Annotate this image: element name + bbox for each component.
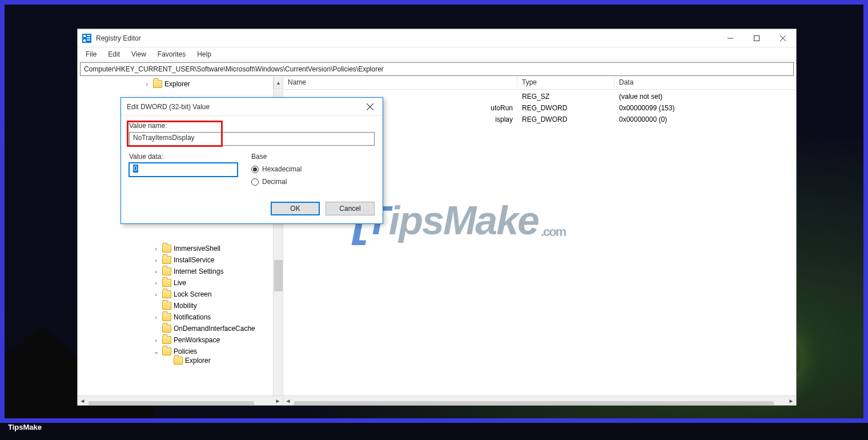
tree-node-label: Mobility [174, 302, 197, 310]
folder-icon [162, 256, 171, 264]
chevron-right-icon[interactable]: › [152, 314, 160, 321]
tree-node[interactable]: ›Live [78, 277, 273, 289]
folder-icon [153, 80, 162, 88]
folder-icon [162, 245, 171, 253]
folder-icon [162, 290, 171, 298]
tree-node-label: PenWorkspace [174, 336, 220, 344]
column-header-name[interactable]: Name [283, 77, 517, 89]
tree-node[interactable]: ›Lock Screen [78, 289, 273, 300]
radio-dec-label: Decimal [262, 178, 287, 186]
column-header-data[interactable]: Data [614, 77, 796, 89]
tree-node[interactable]: ›InstallService [78, 254, 273, 266]
tree-node[interactable]: Explorer [78, 357, 273, 364]
tree-node[interactable]: ›PenWorkspace [78, 334, 273, 346]
radio-icon [251, 178, 259, 186]
tree-node[interactable]: ›Explorer [78, 78, 273, 90]
menubar: File Edit View Favorites Help [78, 47, 796, 61]
folder-icon [162, 313, 171, 321]
tree-horizontal-scrollbar[interactable]: ◄ ► [78, 395, 283, 405]
window-titlebar[interactable]: Registry Editor [78, 29, 796, 47]
address-bar[interactable]: Computer\HKEY_CURRENT_USER\Software\Micr… [80, 62, 794, 76]
cell-data: 0x00000099 (153) [614, 104, 796, 112]
tree-sort-indicator[interactable]: ▴ [274, 77, 283, 89]
chevron-right-icon[interactable]: › [143, 81, 151, 87]
ok-button[interactable]: OK [271, 202, 320, 215]
folder-icon [162, 336, 171, 344]
chevron-right-icon[interactable]: › [152, 337, 160, 343]
svg-rect-3 [87, 37, 90, 38]
tree-node-label: OnDemandInterfaceCache [174, 325, 255, 333]
chevron-right-icon[interactable]: › [152, 268, 160, 275]
tree-node-label: Lock Screen [174, 290, 212, 298]
cell-type: REG_DWORD [517, 115, 614, 123]
maximize-button[interactable] [744, 29, 770, 47]
list-header: Name Type Data [283, 77, 796, 90]
dialog-title: Edit DWORD (32-bit) Value [127, 103, 210, 111]
tree-node-label: Explorer [164, 80, 190, 88]
svg-rect-7 [754, 36, 760, 41]
regedit-icon [82, 34, 91, 43]
chevron-right-icon[interactable]: › [152, 291, 160, 298]
svg-rect-1 [83, 35, 86, 37]
cancel-button[interactable]: Cancel [326, 202, 375, 215]
svg-rect-4 [83, 39, 86, 42]
folder-icon [174, 357, 183, 365]
close-button[interactable] [770, 29, 796, 47]
tree-node[interactable]: ›Notifications [78, 311, 273, 323]
radio-hex-label: Hexadecimal [262, 165, 302, 173]
cell-type: REG_DWORD [517, 104, 614, 112]
cell-data: (value not set) [614, 93, 796, 101]
column-header-type[interactable]: Type [517, 77, 614, 89]
svg-rect-2 [87, 35, 90, 36]
radio-hexadecimal[interactable]: Hexadecimal [251, 163, 375, 175]
base-label: Base [251, 153, 375, 161]
value-name-input[interactable]: NoTrayItemsDisplay [129, 132, 375, 146]
tree-node-label: Notifications [174, 313, 211, 321]
cell-data: 0x00000000 (0) [614, 115, 796, 123]
window-title: Registry Editor [96, 34, 141, 42]
dialog-close-button[interactable] [357, 98, 383, 116]
tree-node-label: ImmersiveShell [174, 245, 220, 253]
value-name-label: Value name: [129, 122, 375, 130]
chevron-right-icon[interactable]: › [152, 257, 160, 263]
tree-node[interactable]: OnDemandInterfaceCache [78, 323, 273, 334]
address-path: Computer\HKEY_CURRENT_USER\Software\Micr… [84, 65, 384, 73]
tree-node-label: InstallService [174, 256, 214, 264]
tree-node[interactable]: ›Internet Settings [78, 266, 273, 277]
svg-rect-5 [87, 39, 90, 41]
menu-edit[interactable]: Edit [102, 49, 126, 59]
menu-file[interactable]: File [80, 49, 102, 59]
value-data-input[interactable]: 0 [129, 163, 238, 177]
list-horizontal-scrollbar[interactable]: ◄ ► [283, 395, 796, 405]
menu-favorites[interactable]: Favorites [152, 49, 191, 59]
folder-icon [162, 325, 171, 333]
radio-decimal[interactable]: Decimal [251, 175, 375, 188]
folder-icon [162, 279, 171, 287]
folder-icon [162, 267, 171, 275]
menu-help[interactable]: Help [191, 49, 217, 59]
folder-icon [162, 302, 171, 310]
value-data-label: Value data: [129, 153, 238, 161]
tree-node-label: Internet Settings [174, 267, 223, 275]
menu-view[interactable]: View [126, 49, 152, 59]
tree-node[interactable]: Mobility [78, 300, 273, 311]
tree-node-label: Explorer [185, 357, 211, 365]
image-caption: TipsMake [8, 423, 42, 431]
chevron-down-icon[interactable]: ⌄ [152, 348, 160, 355]
tree-node-label: Live [174, 279, 186, 287]
cell-type: REG_SZ [517, 93, 614, 101]
tree-node[interactable]: ›ImmersiveShell [78, 243, 273, 254]
radio-icon [251, 166, 259, 173]
minimize-button[interactable] [717, 29, 744, 47]
chevron-right-icon[interactable]: › [152, 245, 160, 252]
edit-dword-dialog: Edit DWORD (32-bit) Value Value name: No… [120, 97, 383, 224]
tree-node-label: Policies [174, 347, 197, 355]
chevron-right-icon[interactable]: › [152, 279, 160, 286]
dialog-titlebar[interactable]: Edit DWORD (32-bit) Value [121, 98, 383, 116]
folder-icon [162, 347, 171, 355]
